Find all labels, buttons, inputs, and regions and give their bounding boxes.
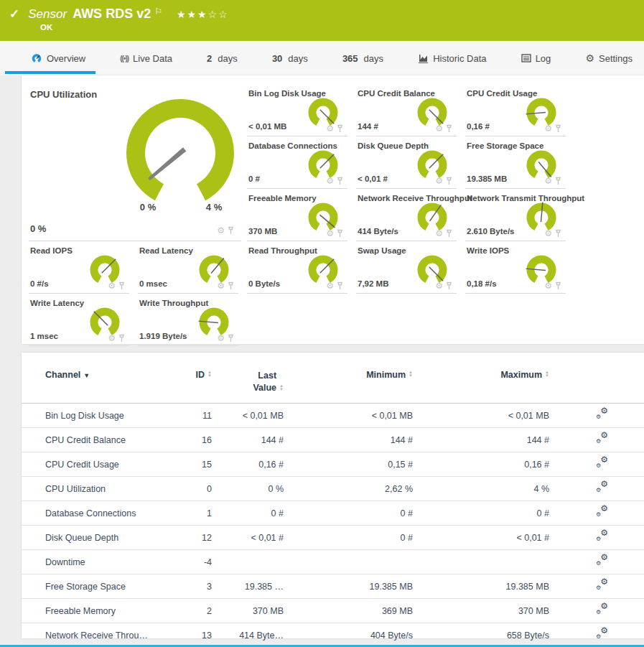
channel-settings-icon[interactable]: ⚙⚙ (596, 433, 608, 444)
table-row[interactable]: Free Storage Space 3 19.385 … 19.385 MB … (22, 574, 644, 599)
channel-settings-icon[interactable]: ⚙⚙ (596, 506, 608, 518)
pin-icon[interactable] (337, 281, 343, 290)
pin-icon[interactable] (228, 281, 234, 290)
gear-icon[interactable]: ⚙ (544, 124, 552, 133)
channel-name[interactable]: Network Receive Throu… (22, 623, 182, 647)
gauge-cell-read-throughput[interactable]: Read Throughput 0 Byte/s ⚙ (247, 241, 347, 294)
channel-settings-icon[interactable]: ⚙⚙ (596, 457, 608, 469)
gauge-cell-read-iops[interactable]: Read IOPS 0 #/s ⚙ (29, 241, 129, 294)
channel-settings-icon[interactable]: ⚙⚙ (596, 604, 608, 615)
pin-icon[interactable] (446, 124, 452, 133)
pin-icon[interactable] (446, 281, 452, 290)
channel-settings-icon[interactable]: ⚙⚙ (596, 531, 608, 542)
channel-settings-icon[interactable]: ⚙⚙ (596, 555, 608, 567)
tab-2-days[interactable]: 2 days (207, 41, 238, 75)
gauge-cell-cpu-utilization[interactable]: CPU Utilization 0 % 4 % 0 % ⚙ (29, 84, 241, 241)
column-header-minimum[interactable]: Minimum▲▼ (284, 364, 413, 404)
table-row[interactable]: CPU Utilization 0 0 % 2,62 % 4 % ⚙⚙ (22, 477, 644, 501)
gauge-cell-write-throughput[interactable]: Write Throughput 1.919 Byte/s ⚙ (138, 294, 238, 346)
gauge-cell-write-latency[interactable]: Write Latency 1 msec ⚙ (29, 294, 129, 346)
table-row[interactable]: Bin Log Disk Usage 11 < 0,01 MB < 0,01 M… (22, 404, 644, 428)
channel-settings-icon[interactable]: ⚙⚙ (596, 628, 608, 640)
tab-365-days[interactable]: 365 days (342, 41, 383, 75)
pin-icon[interactable] (337, 229, 343, 238)
channel-name[interactable]: Database Connections (22, 501, 182, 526)
gauge-cell-network-receive-throughput[interactable]: Network Receive Throughput 414 Byte/s ⚙ (356, 189, 457, 241)
gear-icon[interactable]: ⚙ (544, 177, 552, 185)
gauge-cell-read-latency[interactable]: Read Latency 0 msec ⚙ (138, 241, 238, 294)
tab-overview[interactable]: Overview (31, 41, 85, 75)
pin-icon[interactable] (446, 229, 452, 238)
gear-icon[interactable]: ⚙ (326, 124, 334, 133)
tab-30-days[interactable]: 30 days (272, 41, 308, 75)
table-row[interactable]: Downtime -4 ⚙⚙ (22, 550, 644, 574)
channel-settings-icon[interactable]: ⚙⚙ (596, 579, 608, 591)
pin-icon[interactable] (337, 124, 343, 133)
gear-icon[interactable]: ⚙ (544, 229, 552, 238)
table-row[interactable]: CPU Credit Balance 16 144 # 144 # 144 # … (22, 428, 644, 452)
gauge-cell-disk-queue-depth[interactable]: Disk Queue Depth < 0,01 # ⚙ (356, 136, 457, 189)
pin-icon[interactable] (337, 177, 343, 185)
gauge-cell-swap-usage[interactable]: Swap Usage 7,92 MB ⚙ (356, 241, 457, 294)
table-row[interactable]: Freeable Memory 2 370 MB 369 MB 370 MB ⚙… (22, 599, 644, 623)
gear-icon[interactable]: ⚙ (108, 334, 116, 343)
sort-icon[interactable]: ▲▼ (545, 371, 549, 378)
gear-icon[interactable]: ⚙ (435, 229, 443, 238)
gear-icon[interactable]: ⚙ (544, 281, 552, 290)
column-header-last-value[interactable]: Last Value▲▼ (212, 364, 284, 404)
tab-log[interactable]: Log (521, 41, 551, 75)
pin-icon[interactable] (228, 334, 234, 343)
pin-icon[interactable] (555, 229, 561, 238)
table-row[interactable]: CPU Credit Usage 15 0,16 # 0,15 # 0,16 #… (22, 452, 644, 477)
channel-name[interactable]: CPU Credit Balance (22, 428, 182, 452)
sort-icon[interactable]: ▲▼ (279, 384, 284, 391)
pin-icon[interactable] (228, 226, 234, 235)
tab-settings[interactable]: ⚙ Settings (585, 41, 633, 75)
gear-icon[interactable]: ⚙ (217, 226, 225, 235)
column-header-channel[interactable]: Channel▼ (22, 364, 182, 404)
gear-icon[interactable]: ⚙ (326, 281, 334, 290)
channel-name[interactable]: Freeable Memory (22, 599, 182, 623)
pin-icon[interactable] (118, 334, 125, 343)
gear-icon[interactable]: ⚙ (326, 229, 334, 238)
pin-icon[interactable] (555, 124, 561, 133)
table-row[interactable]: Database Connections 1 0 # 0 # 0 # ⚙⚙ (22, 501, 644, 526)
gear-icon[interactable]: ⚙ (217, 281, 225, 290)
channel-name[interactable]: Disk Queue Depth (22, 526, 182, 550)
pin-icon[interactable] (555, 281, 561, 290)
gauge-cell-network-transmit-throughput[interactable]: Network Transmit Throughput 2.610 Byte/s… (465, 189, 566, 241)
gauge-cell-cpu-credit-balance[interactable]: CPU Credit Balance 144 # ⚙ (356, 84, 457, 136)
gear-icon[interactable]: ⚙ (217, 334, 225, 343)
flag-icon[interactable]: ⚐ (154, 6, 162, 17)
gear-icon[interactable]: ⚙ (435, 281, 443, 290)
channel-name[interactable]: Free Storage Space (22, 574, 182, 599)
priority-stars[interactable]: ★★★☆☆ (177, 9, 229, 20)
table-row[interactable]: Disk Queue Depth 12 < 0,01 # 0 # < 0,01 … (22, 526, 644, 550)
sort-icon[interactable]: ▲▼ (409, 371, 413, 378)
channel-name[interactable]: CPU Utilization (22, 477, 182, 501)
sort-icon[interactable]: ▲▼ (207, 371, 212, 378)
gear-icon[interactable]: ⚙ (326, 177, 334, 185)
gauge-cell-cpu-credit-usage[interactable]: CPU Credit Usage 0,16 # ⚙ (465, 84, 566, 136)
pin-icon[interactable] (555, 177, 561, 185)
pin-icon[interactable] (118, 281, 125, 290)
channel-name[interactable]: Downtime (22, 550, 182, 574)
gauge-cell-bin-log-disk-usage[interactable]: Bin Log Disk Usage < 0,01 MB ⚙ (247, 84, 347, 136)
tab-live-data[interactable]: ((•)) Live Data (120, 41, 172, 75)
gauge-cell-database-connections[interactable]: Database Connections 0 # ⚙ (247, 136, 347, 189)
gauge-cell-freeable-memory[interactable]: Freeable Memory 370 MB ⚙ (247, 189, 347, 241)
tab-historic-data[interactable]: Historic Data (418, 41, 486, 75)
table-row[interactable]: Network Receive Throu… 13 414 Byte… 404 … (22, 623, 644, 647)
channel-settings-icon[interactable]: ⚙⚙ (596, 409, 608, 420)
gauge-cell-write-iops[interactable]: Write IOPS 0,18 #/s ⚙ (465, 241, 566, 294)
channel-name[interactable]: Bin Log Disk Usage (22, 404, 182, 428)
channel-settings-icon[interactable]: ⚙⚙ (596, 482, 608, 493)
pin-icon[interactable] (446, 177, 452, 185)
gear-icon[interactable]: ⚙ (435, 124, 443, 133)
gear-icon[interactable]: ⚙ (108, 281, 116, 290)
gauge-cell-free-storage-space[interactable]: Free Storage Space 19.385 MB ⚙ (465, 136, 566, 189)
channel-name[interactable]: CPU Credit Usage (22, 452, 182, 477)
column-header-id[interactable]: ID▲▼ (182, 364, 212, 404)
column-header-maximum[interactable]: Maximum▲▼ (413, 364, 549, 404)
gear-icon[interactable]: ⚙ (435, 177, 443, 185)
